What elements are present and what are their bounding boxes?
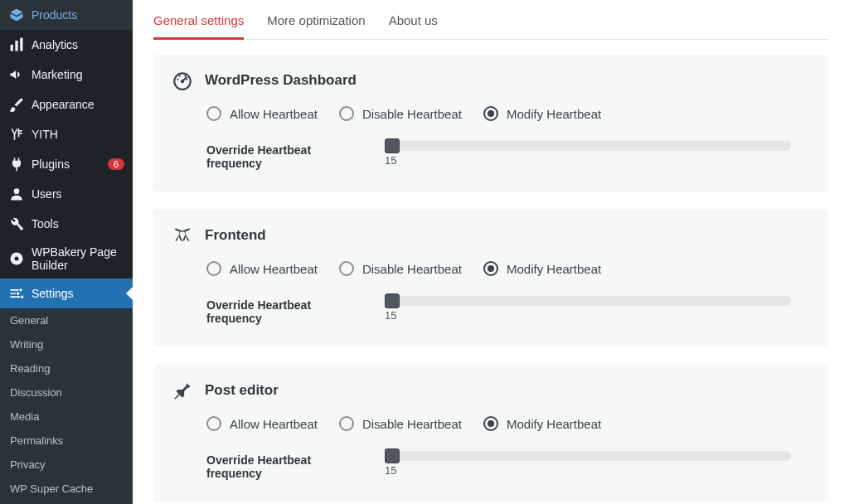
slider-value: 15 — [385, 309, 396, 322]
svg-point-14 — [184, 75, 186, 77]
radio-circle — [339, 261, 354, 276]
megaphone-icon — [8, 66, 25, 83]
submenu-item-heartbeat-control[interactable]: Heartbeat Control — [0, 501, 133, 504]
sliders-icon — [8, 285, 25, 302]
radio-disable-heartbeat[interactable]: Disable Heartbeat — [339, 416, 462, 431]
dashboard-icon — [172, 70, 193, 91]
sidebar-item-yith[interactable]: YITH — [0, 119, 133, 149]
radio-allow-heartbeat[interactable]: Allow Heartbeat — [206, 416, 318, 431]
sidebar-item-label: Tools — [32, 217, 124, 230]
sidebar-item-label: Appearance — [32, 98, 124, 111]
radio-modify-heartbeat[interactable]: Modify Heartbeat — [483, 416, 601, 431]
radio-circle — [206, 261, 221, 276]
svg-point-13 — [179, 75, 181, 77]
sidebar-item-tools[interactable]: Tools — [0, 209, 133, 239]
admin-sidebar: ProductsAnalyticsMarketingAppearanceYITH… — [0, 0, 133, 504]
radio-label: Allow Heartbeat — [230, 107, 318, 121]
main-content: General settingsMore optimizationAbout u… — [133, 0, 849, 504]
radio-allow-heartbeat[interactable]: Allow Heartbeat — [206, 106, 318, 121]
box-icon — [8, 7, 25, 23]
radio-disable-heartbeat[interactable]: Disable Heartbeat — [339, 106, 462, 121]
plug-icon — [8, 156, 25, 172]
heartbeat-frequency-slider[interactable]: 15 — [385, 141, 791, 151]
submenu-item-wp-super-cache[interactable]: WP Super Cache — [0, 477, 133, 501]
radio-circle — [483, 261, 498, 276]
tabs-bar: General settingsMore optimizationAbout u… — [153, 8, 828, 40]
update-badge: 6 — [108, 158, 124, 170]
svg-rect-2 — [20, 38, 22, 51]
slider-value: 15 — [385, 464, 396, 477]
wpbakery-icon — [8, 250, 25, 267]
tab-general-settings[interactable]: General settings — [153, 8, 244, 40]
svg-rect-0 — [11, 45, 13, 51]
submenu-item-writing[interactable]: Writing — [0, 332, 133, 356]
sidebar-item-users[interactable]: Users — [0, 179, 133, 209]
radio-modify-heartbeat[interactable]: Modify Heartbeat — [483, 261, 601, 276]
frontend-icon — [172, 225, 193, 246]
sidebar-item-label: Marketing — [32, 68, 124, 81]
radio-label: Allow Heartbeat — [230, 417, 318, 431]
svg-rect-1 — [15, 41, 17, 51]
slider-label: Override Heartbeat frequency — [206, 141, 352, 170]
sidebar-item-appearance[interactable]: Appearance — [0, 90, 133, 119]
heartbeat-frequency-slider[interactable]: 15 — [385, 296, 791, 306]
submenu-item-media[interactable]: Media — [0, 405, 133, 429]
svg-point-7 — [17, 292, 19, 294]
sidebar-item-label: Products — [32, 8, 124, 22]
slider-handle[interactable] — [385, 293, 400, 308]
svg-point-5 — [15, 257, 19, 261]
svg-point-3 — [14, 188, 20, 194]
sidebar-item-label: Plugins — [32, 158, 101, 171]
submenu-item-general[interactable]: General — [0, 308, 133, 332]
sidebar-item-analytics[interactable]: Analytics — [0, 30, 133, 60]
section-title: WordPress Dashboard — [205, 72, 357, 89]
radio-circle — [206, 106, 221, 121]
svg-point-8 — [21, 296, 23, 298]
radio-label: Modify Heartbeat — [507, 262, 601, 276]
sidebar-item-products[interactable]: Products — [0, 0, 133, 30]
tab-more-optimization[interactable]: More optimization — [267, 8, 365, 39]
sidebar-item-label: Users — [32, 187, 124, 201]
sidebar-item-label: YITH — [32, 128, 124, 141]
user-icon — [8, 186, 25, 202]
section-post-editor: Post editorAllow HeartbeatDisable Heartb… — [153, 365, 828, 502]
section-title: Frontend — [205, 227, 266, 244]
chart-icon — [8, 36, 25, 53]
sidebar-item-settings[interactable]: Settings — [0, 279, 133, 308]
slider-value: 15 — [385, 154, 396, 167]
sidebar-item-wpbakery-page-builder[interactable]: WPBakery Page Builder — [0, 239, 133, 279]
tab-about-us[interactable]: About us — [389, 8, 438, 39]
radio-circle — [206, 416, 221, 431]
brush-icon — [8, 96, 25, 113]
slider-label: Override Heartbeat frequency — [206, 296, 352, 325]
section-wordpress-dashboard: WordPress DashboardAllow HeartbeatDisabl… — [153, 55, 828, 191]
heartbeat-frequency-slider[interactable]: 15 — [385, 451, 791, 461]
submenu-item-discussion[interactable]: Discussion — [0, 380, 133, 405]
submenu-item-privacy[interactable]: Privacy — [0, 453, 133, 477]
radio-circle — [339, 416, 354, 431]
submenu-item-reading[interactable]: Reading — [0, 356, 133, 380]
pin-icon — [172, 380, 193, 401]
sidebar-item-marketing[interactable]: Marketing — [0, 60, 133, 90]
radio-circle — [483, 106, 498, 121]
radio-circle — [339, 106, 354, 121]
radio-disable-heartbeat[interactable]: Disable Heartbeat — [339, 261, 462, 276]
sidebar-item-plugins[interactable]: Plugins6 — [0, 149, 133, 179]
section-title: Post editor — [205, 382, 279, 399]
section-frontend: FrontendAllow HeartbeatDisable Heartbeat… — [153, 210, 828, 346]
radio-label: Allow Heartbeat — [230, 262, 318, 276]
radio-modify-heartbeat[interactable]: Modify Heartbeat — [483, 106, 601, 121]
sidebar-item-label: WPBakery Page Builder — [32, 245, 124, 272]
radio-allow-heartbeat[interactable]: Allow Heartbeat — [206, 261, 318, 276]
svg-point-12 — [177, 79, 179, 80]
radio-label: Modify Heartbeat — [507, 107, 601, 121]
radio-label: Disable Heartbeat — [362, 107, 462, 121]
sidebar-item-label: Settings — [32, 287, 124, 300]
radio-circle — [483, 416, 498, 431]
svg-point-15 — [186, 79, 187, 80]
slider-handle[interactable] — [385, 448, 400, 463]
slider-handle[interactable] — [385, 138, 400, 153]
radio-label: Disable Heartbeat — [362, 417, 462, 431]
sidebar-item-label: Analytics — [32, 38, 124, 51]
submenu-item-permalinks[interactable]: Permalinks — [0, 429, 133, 453]
